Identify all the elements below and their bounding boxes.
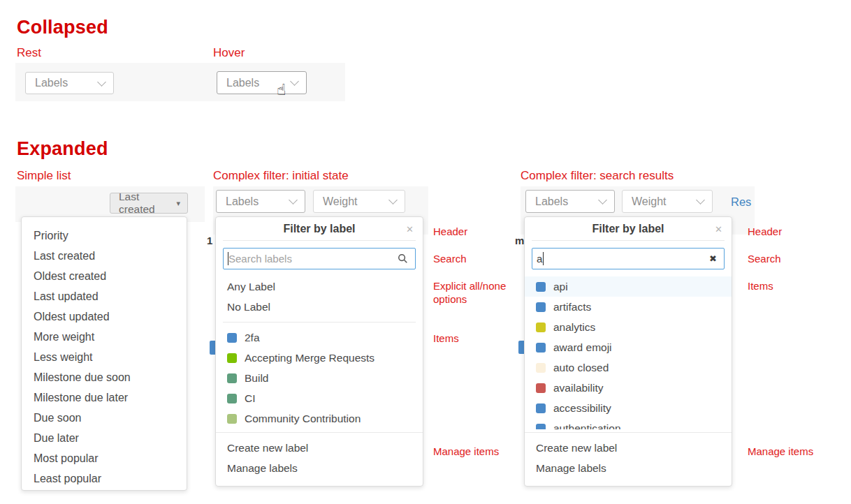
annotation-manage-items: Manage items <box>748 445 813 458</box>
label-option-label: CI <box>245 392 256 405</box>
label-option[interactable]: 2fa <box>216 327 423 348</box>
hand-cursor-icon: ☝ <box>277 81 286 98</box>
panel-title: Filter by label ✕ <box>216 217 423 240</box>
manage-action[interactable]: Manage labels <box>216 458 423 478</box>
sort-option[interactable]: Less weight <box>22 347 187 367</box>
manage-action[interactable]: Create new label <box>216 438 423 458</box>
weight-filter-dropdown[interactable]: Weight <box>313 190 405 213</box>
sort-option-label: Less weight <box>34 351 93 364</box>
labels-filter-dropdown[interactable]: Labels <box>216 190 305 213</box>
dropdown-button-label: Labels <box>35 77 68 89</box>
weight-filter-dropdown[interactable]: Weight <box>622 190 713 213</box>
sort-toggle-button[interactable]: Last created ▾ <box>110 193 188 214</box>
sort-option[interactable]: Last created <box>22 246 187 266</box>
label-option[interactable]: Accepting Merge Requests <box>216 348 423 368</box>
label-color-swatch <box>536 343 546 353</box>
chevron-down-icon <box>598 195 607 205</box>
label-color-swatch <box>536 403 546 413</box>
manage-action-label: Manage labels <box>227 462 298 475</box>
labels-dropdown-hover[interactable]: Labels <box>217 71 307 94</box>
sort-option[interactable]: Due soon <box>22 408 187 428</box>
sort-option-label: Due later <box>34 432 79 445</box>
close-icon[interactable]: ✕ <box>715 218 722 242</box>
sort-option[interactable]: More weight <box>22 327 187 347</box>
annotation-explicit-all-none-options: Explicit all/none options <box>433 279 517 306</box>
reset-labels-link[interactable]: Res <box>731 195 755 209</box>
sort-option[interactable]: Oldest created <box>22 266 187 286</box>
label-option[interactable]: auto closed <box>525 357 732 378</box>
sort-option-label: Priority <box>34 230 68 242</box>
label-color-swatch <box>227 353 237 363</box>
label-option-label: Community Contribution <box>245 413 361 425</box>
sort-option-label: Milestone due soon <box>34 371 131 384</box>
label-option[interactable]: CI <box>216 388 423 408</box>
label-results-list: apiartifactsanalyticsaward emojiauto clo… <box>525 276 732 429</box>
sort-option[interactable]: Last updated <box>22 286 187 306</box>
label-color-swatch <box>227 394 237 403</box>
all-none-option[interactable]: No Label <box>216 297 423 317</box>
variant-label-hover: Hover <box>213 46 245 60</box>
label-color-swatch <box>536 424 546 430</box>
simple-list-dropdown-panel: PriorityLast createdOldest createdLast u… <box>21 216 187 491</box>
labels-dropdown-rest[interactable]: Labels <box>25 72 114 94</box>
manage-action[interactable]: Manage labels <box>525 458 732 478</box>
sort-option[interactable]: Milestone due later <box>22 387 187 408</box>
label-option[interactable]: availability <box>525 378 732 398</box>
all-none-option-label: No Label <box>227 301 270 313</box>
sort-option[interactable]: Most popular <box>22 448 187 468</box>
dropdown-button-label: Weight <box>323 195 358 208</box>
column-label-simple-list: Simple list <box>17 169 71 183</box>
label-option[interactable]: accessibility <box>525 398 732 418</box>
sort-toggle-label: Last created <box>119 191 170 216</box>
label-option[interactable]: authentication <box>525 418 732 429</box>
caret-down-icon: ▾ <box>176 199 180 208</box>
sort-option[interactable]: Priority <box>22 225 187 246</box>
sort-option-label: Oldest created <box>34 270 106 283</box>
dropdown-button-label: Weight <box>632 195 667 208</box>
sort-option-label: Milestone due later <box>34 392 128 404</box>
search-labels-input[interactable]: Search labels <box>223 248 416 269</box>
search-placeholder: Search labels <box>228 253 292 265</box>
label-color-swatch <box>227 333 237 343</box>
label-filter-panel-initial: Filter by label ✕ Search labels Any Labe… <box>215 216 423 487</box>
manage-action-label: Create new label <box>536 442 617 454</box>
clear-search-icon[interactable]: ✖ <box>709 253 717 264</box>
search-labels-input[interactable]: a ✖ <box>532 248 725 269</box>
label-color-swatch <box>536 302 546 312</box>
sort-option[interactable]: Oldest updated <box>22 306 187 327</box>
label-color-swatch <box>227 373 237 383</box>
close-icon[interactable]: ✕ <box>406 218 414 242</box>
all-none-option[interactable]: Any Label <box>216 276 423 297</box>
sort-option[interactable]: Due later <box>22 428 187 448</box>
dropdown-button-label: Labels <box>226 195 259 208</box>
column-label-initial-state: Complex filter: initial state <box>213 169 349 183</box>
label-option[interactable]: analytics <box>525 317 732 337</box>
label-option[interactable]: api <box>525 276 732 297</box>
clipped-background-label-chip <box>210 341 215 355</box>
column-label-search-results: Complex filter: search results <box>521 169 674 183</box>
label-option[interactable]: award emoji <box>525 337 732 357</box>
clipped-background-text: m <box>515 235 524 246</box>
label-color-swatch <box>536 282 546 292</box>
label-option[interactable]: artifacts <box>525 297 732 317</box>
annotation-header: Header <box>748 225 782 238</box>
sort-option[interactable]: Least popular <box>22 468 187 489</box>
label-option-label: authentication <box>553 422 621 430</box>
sort-option-label: Most popular <box>34 452 99 465</box>
panel-title-text: Filter by label <box>283 223 355 235</box>
dropdown-button-label: Labels <box>226 77 259 89</box>
label-option-label: accessibility <box>553 402 611 415</box>
sort-option[interactable]: Milestone due soon <box>22 367 187 387</box>
labels-filter-dropdown[interactable]: Labels <box>525 190 615 213</box>
search-input-value: a <box>537 253 542 265</box>
manage-action[interactable]: Create new label <box>525 438 732 458</box>
divider <box>223 322 416 323</box>
label-option[interactable]: Build <box>216 368 423 388</box>
label-option[interactable]: Community Contribution <box>216 408 423 429</box>
label-option-label: artifacts <box>553 301 591 313</box>
label-option-label: availability <box>553 382 604 394</box>
section-title-expanded: Expanded <box>17 138 108 160</box>
label-color-swatch <box>536 383 546 393</box>
label-option-label: Build <box>245 372 268 385</box>
chevron-down-icon <box>289 195 298 205</box>
